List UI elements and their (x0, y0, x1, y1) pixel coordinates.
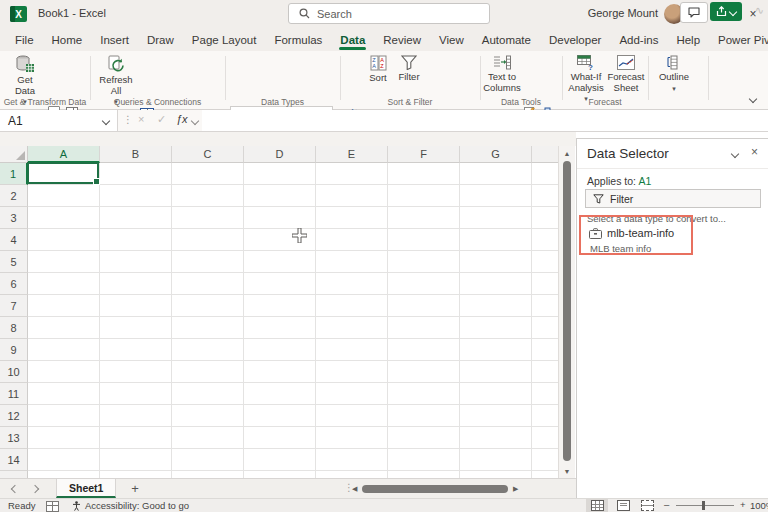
user-name: George Mount (588, 7, 658, 19)
zoom-out-icon[interactable]: – (664, 499, 669, 510)
outline-button[interactable]: Outline ▾ (654, 55, 694, 92)
insert-function-icon[interactable]: ƒx (176, 113, 188, 125)
what-if-analysis-button[interactable]: ? What-If Analysis ▾ (566, 55, 606, 102)
scroll-up-icon[interactable]: ▲ (559, 146, 575, 160)
add-sheet-button[interactable]: + (126, 479, 144, 498)
row-header-5[interactable]: 5 (0, 251, 28, 273)
column-header-d[interactable]: D (244, 146, 316, 163)
sort-label: Sort (369, 73, 386, 84)
pane-collapse-icon[interactable] (731, 150, 739, 158)
accessibility-status[interactable]: Accessibility: Good to go (72, 500, 189, 511)
page-layout-view-button[interactable] (612, 499, 634, 512)
scroll-left-icon[interactable]: ◀ (352, 479, 357, 498)
ribbon-tab-file[interactable]: File (6, 28, 43, 51)
zoom-slider-thumb[interactable] (702, 501, 705, 510)
ribbon-tab-home[interactable]: Home (43, 28, 92, 51)
column-header-e[interactable]: E (316, 146, 388, 163)
enter-icon[interactable]: ✓ (157, 113, 166, 126)
ribbon-tab-formulas[interactable]: Formulas (265, 28, 331, 51)
formula-bar-expand-icon[interactable] (191, 117, 199, 125)
row-header-11[interactable]: 11 (0, 383, 28, 405)
row-header-14[interactable]: 14 (0, 449, 28, 471)
column-header-f[interactable]: F (388, 146, 460, 163)
ribbon-tab-automate[interactable]: Automate (473, 28, 540, 51)
row-header-8[interactable]: 8 (0, 317, 28, 339)
zoom-level[interactable]: 100% (750, 500, 768, 511)
vertical-scrollbar[interactable]: ▲ ▼ (558, 146, 575, 478)
selected-cell-a1[interactable] (27, 162, 99, 184)
row-header-15[interactable]: 15 (0, 471, 28, 478)
zoom-slider[interactable] (676, 505, 734, 506)
ribbon-tab-draw[interactable]: Draw (138, 28, 183, 51)
ribbon-tab-help[interactable]: Help (667, 28, 709, 51)
row-header-1[interactable]: 1 (0, 163, 28, 185)
outline-label: Outline (659, 72, 689, 83)
scroll-down-icon[interactable]: ▼ (559, 464, 575, 478)
scroll-right-icon[interactable]: ▶ (513, 479, 518, 498)
cell-area[interactable] (28, 163, 558, 478)
select-all-corner[interactable] (0, 146, 28, 163)
formula-input[interactable] (202, 110, 768, 131)
status-bar: Ready Accessibility: Good to go – + 100% (0, 498, 768, 512)
page-break-view-button[interactable] (636, 499, 658, 512)
row-header-3[interactable]: 3 (0, 207, 28, 229)
vertical-scroll-thumb[interactable] (563, 161, 571, 461)
column-header-c[interactable]: C (172, 146, 244, 163)
ribbon-tab-review[interactable]: Review (374, 28, 430, 51)
text-to-columns-button[interactable]: Text to Columns (484, 55, 520, 93)
row-header-4[interactable]: 4 (0, 229, 28, 251)
data-type-card-mlb-team-info[interactable]: mlb-team-info MLB team info (589, 227, 739, 254)
comments-button[interactable] (680, 2, 708, 23)
row-header-10[interactable]: 10 (0, 361, 28, 383)
sort-icon: ZA AZ (370, 55, 387, 71)
what-if-icon: ? (577, 55, 595, 70)
ribbon-tab-power-pivot[interactable]: Power Pivot (709, 28, 768, 51)
filter-button[interactable]: Filter (394, 55, 424, 83)
text-to-columns-icon (493, 55, 511, 70)
collapse-ribbon-button[interactable] (746, 93, 760, 105)
row-header-13[interactable]: 13 (0, 427, 28, 449)
column-header-a[interactable]: A (28, 146, 100, 163)
row-header-2[interactable]: 2 (0, 185, 28, 207)
name-box[interactable]: A1 (0, 110, 118, 131)
sort-button[interactable]: ZA AZ Sort (364, 55, 392, 84)
ribbon-tab-add-ins[interactable]: Add-ins (610, 28, 667, 51)
sheet-nav-left-icon[interactable] (12, 479, 18, 498)
share-button[interactable] (710, 2, 742, 21)
search-icon (299, 8, 310, 19)
column-header-g[interactable]: G (460, 146, 532, 163)
normal-view-button[interactable] (586, 499, 608, 512)
card-description: MLB team info (589, 243, 739, 254)
search-input[interactable]: Search (288, 3, 490, 24)
row-header-12[interactable]: 12 (0, 405, 28, 427)
page-break-icon (641, 500, 654, 511)
macro-record-icon[interactable] (46, 501, 59, 512)
pane-close-icon[interactable]: × (751, 145, 758, 159)
row-header-9[interactable]: 9 (0, 339, 28, 361)
forecast-sheet-button[interactable]: Forecast Sheet (608, 55, 644, 93)
ribbon-tab-view[interactable]: View (430, 28, 473, 51)
column-header-b[interactable]: B (100, 146, 172, 163)
dropdown-icon: ▾ (672, 85, 676, 92)
pane-filter-button[interactable]: Filter (585, 189, 761, 208)
sheet-nav-right-icon[interactable] (32, 479, 38, 498)
title-bar: X Book1 - Excel Search George Mount – × (0, 0, 768, 28)
name-box-value: A1 (8, 114, 23, 128)
row-header-6[interactable]: 6 (0, 273, 28, 295)
ribbon-tab-data[interactable]: Data (331, 28, 374, 51)
funnel-icon (593, 194, 604, 204)
group-label-data-types: Data Types (225, 97, 340, 107)
horizontal-scroll-thumb[interactable] (362, 485, 508, 493)
ribbon-tab-insert[interactable]: Insert (91, 28, 138, 51)
ribbon-tab-developer[interactable]: Developer (540, 28, 610, 51)
window-title: Book1 - Excel (38, 7, 106, 19)
zoom-in-icon[interactable]: + (740, 499, 746, 510)
ribbon-tab-page-layout[interactable]: Page Layout (183, 28, 266, 51)
get-data-label: Get Data (6, 75, 44, 96)
name-box-splitter[interactable]: ⋮ (123, 114, 133, 125)
cancel-icon[interactable]: × (138, 113, 144, 125)
sheet-tab-sheet1[interactable]: Sheet1 (56, 479, 116, 498)
group-label-get-transform: Get & Transform Data (0, 97, 90, 107)
row-header-7[interactable]: 7 (0, 295, 28, 317)
search-placeholder: Search (317, 8, 352, 20)
